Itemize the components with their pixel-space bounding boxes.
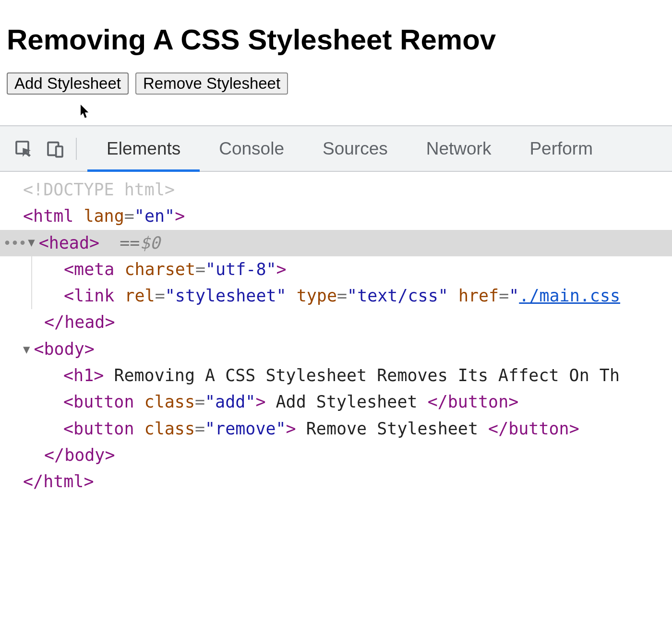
dom-meta[interactable]: <meta charset="utf-8">	[32, 256, 672, 283]
mouse-cursor-icon	[80, 105, 91, 119]
dom-button-add[interactable]: <button class="add"> Add Stylesheet </bu…	[0, 389, 672, 415]
collapse-triangle-icon[interactable]: ▼	[23, 341, 30, 359]
rendered-page: Removing A CSS Stylesheet Remov Add Styl…	[0, 23, 672, 95]
dom-head-selected[interactable]: ••• ▼ <head> == $0	[0, 230, 672, 256]
tab-console[interactable]: Console	[200, 126, 303, 171]
remove-stylesheet-button[interactable]: Remove Stylesheet	[135, 72, 288, 95]
tab-sources[interactable]: Sources	[303, 126, 407, 171]
tab-network[interactable]: Network	[407, 126, 511, 171]
inspect-icon[interactable]	[13, 139, 34, 158]
dom-body-open[interactable]: ▼ <body>	[0, 336, 672, 362]
dom-html-close[interactable]: </html>	[0, 468, 672, 495]
device-toggle-icon[interactable]	[45, 139, 65, 158]
svg-rect-2	[56, 146, 62, 157]
dom-head-children: <meta charset="utf-8"> <link rel="styles…	[31, 256, 672, 310]
devtools-tabbar: Elements Console Sources Network Perform	[0, 125, 672, 172]
dom-h1[interactable]: <h1> Removing A CSS Stylesheet Removes I…	[0, 362, 672, 389]
tab-elements[interactable]: Elements	[87, 126, 200, 171]
elements-tree[interactable]: <!DOCTYPE html> <html lang="en"> ••• ▼ <…	[0, 172, 672, 495]
dom-html-open[interactable]: <html lang="en">	[0, 203, 672, 229]
page-heading: Removing A CSS Stylesheet Remov	[7, 23, 665, 56]
ellipsis-icon[interactable]: •••	[3, 232, 26, 254]
dom-doctype[interactable]: <!DOCTYPE html>	[0, 177, 672, 203]
stylesheet-href-link[interactable]: ./main.css	[519, 286, 620, 305]
dom-head-close[interactable]: </head>	[0, 309, 672, 336]
tab-performance[interactable]: Perform	[510, 126, 612, 171]
dom-link[interactable]: <link rel="stylesheet" type="text/css" h…	[32, 283, 672, 309]
tabbar-divider	[76, 138, 77, 160]
button-row: Add Stylesheet Remove Stylesheet	[7, 72, 665, 95]
dom-button-remove[interactable]: <button class="remove"> Remove Styleshee…	[0, 416, 672, 442]
dom-body-close[interactable]: </body>	[0, 442, 672, 468]
collapse-triangle-icon[interactable]: ▼	[28, 234, 35, 252]
devtools-panel: Elements Console Sources Network Perform…	[0, 125, 672, 495]
add-stylesheet-button[interactable]: Add Stylesheet	[7, 72, 129, 95]
